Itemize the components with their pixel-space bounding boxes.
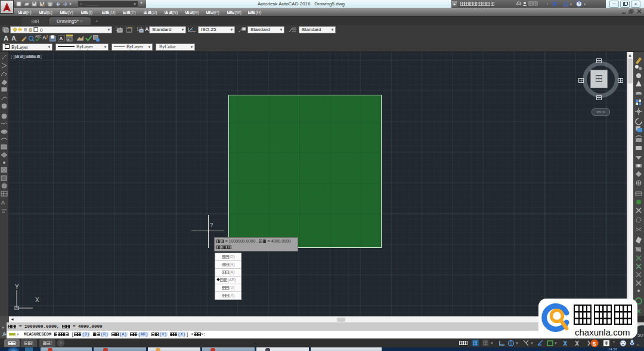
svg-text:A: A [1, 200, 5, 206]
svg-text:X: X [35, 297, 39, 303]
svg-text:?: ? [578, 2, 580, 6]
svg-text:0: 0 [40, 27, 43, 33]
svg-text:▼: ▼ [530, 341, 534, 345]
svg-text:▼: ▼ [490, 341, 494, 345]
svg-text:'': '' [613, 341, 615, 345]
svg-text:S: S [593, 341, 596, 347]
svg-text:▼: ▼ [554, 341, 558, 345]
svg-text:Y: Y [15, 284, 19, 290]
svg-text:▼: ▼ [515, 341, 519, 345]
svg-text:▼: ▼ [569, 2, 572, 6]
svg-text:▼: ▼ [583, 2, 586, 6]
svg-text:A: A [60, 36, 63, 41]
svg-text:▼: ▼ [69, 2, 72, 6]
